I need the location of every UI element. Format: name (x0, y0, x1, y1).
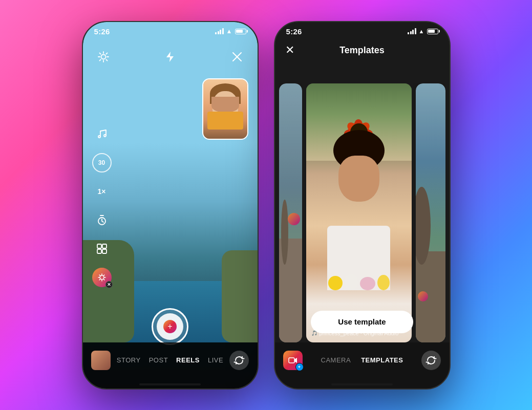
svg-point-13 (104, 135, 106, 137)
sun-icon[interactable] (94, 48, 113, 66)
gallery-thumbnail[interactable] (91, 351, 111, 370)
svg-point-0 (101, 54, 105, 59)
timer-icon[interactable]: 30 (92, 153, 112, 172)
selfie-preview[interactable] (202, 78, 248, 140)
nav-camera[interactable]: CAMERA (321, 356, 351, 364)
template-card-right[interactable] (416, 83, 445, 342)
svg-marker-9 (166, 52, 174, 62)
svg-point-12 (98, 136, 100, 138)
reels-camera-icon[interactable]: + (283, 351, 303, 370)
wifi-icon-2: ▲ (419, 28, 424, 34)
phones-container: 5:26 ▲ (82, 21, 451, 390)
nav-post[interactable]: POST (149, 356, 168, 364)
shutter-plus-icon: + (163, 320, 177, 333)
music-icon[interactable] (92, 124, 112, 144)
close-icon[interactable] (228, 48, 246, 66)
bottom-nav: STORY POST REELS LIVE (83, 342, 258, 389)
status-icons-2: ▲ (408, 28, 438, 34)
status-bar-2: 5:26 ▲ (275, 22, 450, 38)
svg-line-8 (99, 59, 100, 60)
nav-reels[interactable]: REELS (176, 356, 200, 364)
svg-line-6 (106, 59, 107, 60)
wifi-icon: ▲ (226, 28, 232, 35)
status-icons: ▲ (215, 28, 246, 35)
layout-icon[interactable] (92, 239, 112, 258)
svg-point-20 (100, 275, 104, 279)
signal-icon-2 (408, 28, 416, 34)
svg-rect-21 (289, 358, 294, 363)
svg-line-5 (99, 53, 100, 54)
templates-title: Templates (339, 45, 385, 56)
svg-rect-17 (102, 244, 107, 248)
svg-rect-19 (102, 249, 107, 253)
nav-story[interactable]: STORY (117, 356, 141, 364)
bolt-icon[interactable] (161, 48, 179, 66)
camera-toolbar: 30 1× (92, 124, 112, 287)
camera-top-controls (83, 48, 258, 66)
flip-camera-button[interactable] (229, 351, 249, 370)
signal-icon (215, 28, 224, 34)
phone-1-reels-camera: 5:26 ▲ (82, 21, 259, 390)
templates-close-button[interactable]: ✕ (285, 44, 294, 57)
battery-icon (235, 29, 246, 34)
status-time: 5:26 (94, 27, 110, 36)
svg-rect-16 (97, 244, 101, 248)
cliff-right (222, 250, 258, 342)
use-template-button[interactable]: Use template (311, 311, 413, 333)
timer-label: 30 (98, 159, 105, 166)
templates-scroll: princess_peace 🎵 princess_peace · Origin… (275, 83, 450, 342)
phone-2-templates: 5:26 ▲ ✕ Templates Replace the clips in … (274, 21, 451, 390)
nav-live[interactable]: LIVE (208, 356, 223, 364)
nav-items-2: CAMERA TEMPLATES (321, 356, 403, 364)
template-card-main[interactable]: princess_peace 🎵 princess_peace · Origin… (306, 83, 412, 342)
countdown-icon[interactable] (92, 210, 112, 230)
speed-label[interactable]: 1× (92, 182, 112, 201)
nav-templates[interactable]: TEMPLATES (361, 356, 403, 364)
shutter-button[interactable]: + (152, 308, 188, 345)
templates-header: ✕ Templates (275, 38, 450, 61)
svg-rect-18 (97, 249, 101, 253)
status-time-2: 5:26 (286, 27, 302, 36)
flip-camera-button-2[interactable] (421, 351, 441, 370)
status-bar: 5:26 ▲ (83, 22, 258, 38)
template-card-left[interactable] (279, 83, 302, 342)
camera-effects-icon[interactable]: ✕ (92, 268, 112, 287)
bottom-nav-2: + CAMERA TEMPLATES (275, 342, 450, 389)
battery-icon-2 (427, 29, 438, 34)
svg-line-7 (106, 53, 107, 54)
nav-items: STORY POST REELS LIVE (117, 356, 223, 364)
